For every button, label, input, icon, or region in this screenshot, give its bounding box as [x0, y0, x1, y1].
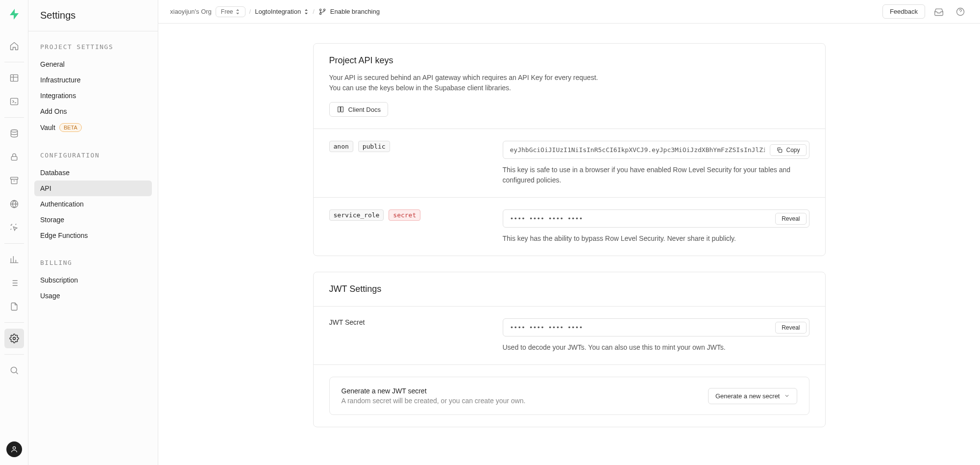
globe-icon [9, 199, 19, 209]
svg-point-10 [319, 13, 321, 14]
nav-item-api[interactable]: API [34, 181, 152, 196]
anon-tag: anon [329, 141, 353, 152]
nav-item-integrations[interactable]: Integrations [34, 88, 152, 103]
svg-rect-13 [779, 149, 782, 152]
nav-item-authentication[interactable]: Authentication [34, 196, 152, 212]
gear-icon [9, 334, 19, 343]
public-tag: public [358, 141, 390, 152]
reveal-jwt-button[interactable]: Reveal [775, 322, 806, 334]
svg-point-6 [13, 337, 15, 340]
nav-item-infrastructure[interactable]: Infrastructure [34, 72, 152, 88]
nav-item-storage[interactable]: Storage [34, 212, 152, 228]
page-title: Settings [28, 0, 158, 31]
nav-edge[interactable] [4, 194, 24, 214]
breadcrumb: xiaoyijun's Org Free / LogtoIntegration … [170, 6, 380, 17]
svg-rect-3 [11, 156, 17, 160]
nav-search[interactable] [4, 361, 24, 380]
nav-item-general[interactable]: General [34, 56, 152, 72]
nav-database[interactable] [4, 124, 24, 143]
jwt-card: JWT Settings JWT Secret Reveal Used t [313, 272, 826, 427]
icon-sidebar [0, 0, 28, 465]
service-key-hint: This key has the ability to bypass Row L… [503, 233, 809, 244]
terminal-icon [9, 97, 19, 106]
nav-item-database[interactable]: Database [34, 165, 152, 181]
jwt-secret-label: JWT Secret [329, 318, 491, 326]
jwt-secret-hint: Used to decode your JWTs. You can also u… [503, 342, 809, 353]
search-icon [9, 365, 19, 375]
svg-point-2 [11, 130, 17, 132]
generate-jwt-title: Generate a new JWT secret [342, 387, 696, 395]
svg-point-9 [319, 9, 321, 10]
file-icon [9, 302, 19, 311]
svg-rect-0 [10, 75, 18, 81]
chevron-down-icon [784, 393, 790, 399]
nav-api-docs[interactable] [4, 297, 24, 316]
book-icon [337, 105, 344, 113]
nav-item-subscription[interactable]: Subscription [34, 272, 152, 288]
nav-storage[interactable] [4, 171, 24, 190]
svg-point-11 [323, 9, 325, 10]
user-avatar[interactable] [6, 441, 22, 457]
nav-logs[interactable] [4, 273, 24, 293]
section-title-billing: BILLING [34, 259, 152, 272]
jwt-title: JWT Settings [329, 284, 809, 294]
api-keys-desc: Your API is secured behind an API gatewa… [329, 73, 809, 93]
plan-badge[interactable]: Free [216, 6, 245, 17]
archive-icon [9, 176, 19, 185]
client-docs-button[interactable]: Client Docs [329, 102, 388, 117]
anon-key-hint: This key is safe to use in a browser if … [503, 165, 809, 185]
nav-settings[interactable] [4, 329, 24, 348]
help-button[interactable] [953, 4, 968, 20]
api-keys-card: Project API keys Your API is secured beh… [313, 43, 826, 256]
database-icon [9, 129, 19, 138]
nav-realtime[interactable] [4, 218, 24, 237]
svg-point-8 [13, 447, 15, 449]
jwt-secret-input[interactable] [503, 318, 809, 336]
list-icon [9, 278, 19, 288]
chevron-updown-icon [304, 9, 309, 15]
main: xiaoyijun's Org Free / LogtoIntegration … [158, 0, 980, 465]
nav-item-edge-functions[interactable]: Edge Functions [34, 228, 152, 243]
settings-sidebar: Settings PROJECT SETTINGS General Infras… [28, 0, 158, 465]
nav-item-addons[interactable]: Add Ons [34, 103, 152, 119]
help-icon [956, 7, 965, 17]
svg-rect-4 [10, 177, 18, 179]
nav-home[interactable] [4, 36, 24, 56]
chevron-updown-icon [235, 9, 240, 15]
copy-icon [776, 147, 783, 154]
supabase-logo-icon [8, 8, 21, 21]
nav-item-vault[interactable]: VaultBETA [34, 119, 152, 136]
reveal-button[interactable]: Reveal [775, 213, 806, 225]
anon-key-input[interactable] [503, 141, 809, 159]
generate-jwt-desc: A random secret will be created, or you … [342, 397, 696, 405]
secret-tag: secret [389, 209, 420, 221]
project-selector[interactable]: LogtoIntegration [255, 8, 309, 15]
table-icon [9, 73, 19, 83]
nav-item-usage[interactable]: Usage [34, 288, 152, 304]
copy-button[interactable]: Copy [770, 144, 806, 156]
generate-jwt-box: Generate a new JWT secret A random secre… [329, 377, 809, 415]
feedback-button[interactable]: Feedback [882, 4, 925, 19]
nav-table[interactable] [4, 68, 24, 88]
inbox-button[interactable] [931, 4, 947, 20]
nav-auth[interactable] [4, 147, 24, 167]
section-title-config: CONFIGURATION [34, 152, 152, 165]
enable-branching-button[interactable]: Enable branching [318, 8, 380, 16]
cursor-click-icon [9, 223, 19, 232]
api-keys-title: Project API keys [329, 55, 809, 66]
org-name[interactable]: xiaoyijun's Org [170, 8, 212, 15]
nav-sql[interactable] [4, 92, 24, 111]
inbox-icon [934, 7, 944, 17]
generate-secret-button[interactable]: Generate a new secret [708, 388, 797, 404]
svg-point-7 [11, 367, 17, 373]
breadcrumb-sep: / [313, 8, 315, 15]
logo[interactable] [8, 8, 21, 21]
nav-reports[interactable] [4, 250, 24, 269]
content: Project API keys Your API is secured beh… [158, 24, 980, 465]
user-icon [10, 445, 18, 453]
top-bar: xiaoyijun's Org Free / LogtoIntegration … [158, 0, 980, 24]
service-role-tag: service_role [329, 209, 384, 221]
lock-icon [9, 152, 19, 162]
service-role-key-input[interactable] [503, 209, 809, 228]
branch-icon [318, 8, 326, 16]
